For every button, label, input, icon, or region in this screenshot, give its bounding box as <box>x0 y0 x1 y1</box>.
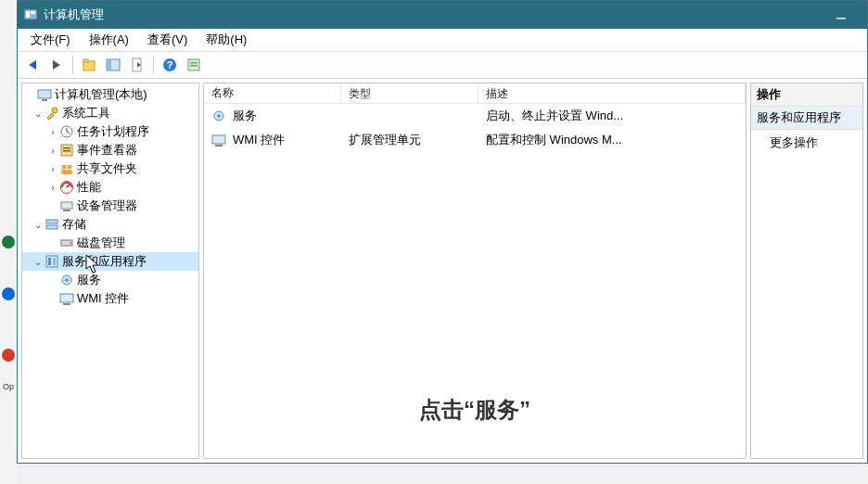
svg-text:?: ? <box>167 59 173 70</box>
tree-label: 系统工具 <box>62 105 110 121</box>
svg-rect-41 <box>212 135 225 144</box>
svg-rect-26 <box>61 202 72 209</box>
tree-storage[interactable]: ⌄ 存储 <box>22 215 198 234</box>
tree-label: 计算机管理(本地) <box>55 86 147 103</box>
svg-point-21 <box>62 165 67 170</box>
back-button[interactable] <box>21 54 44 76</box>
tree-label: 任务计划程序 <box>77 123 149 140</box>
menu-action[interactable]: 操作(A) <box>80 30 138 50</box>
list-pane: 名称 类型 描述 服务 启动、终止并设置 Wind... WMI 控件 扩展管理… <box>203 83 747 459</box>
tree-wmi[interactable]: WMI 控件 <box>22 289 198 308</box>
svg-rect-1 <box>26 11 30 18</box>
tree-label: 磁盘管理 <box>77 235 125 251</box>
tree-task-scheduler[interactable]: › 任务计划程序 <box>22 122 198 141</box>
svg-rect-14 <box>38 90 51 98</box>
svg-rect-5 <box>83 59 88 62</box>
window: 计算机管理 文件(F) 操作(A) 查看(V) 帮助(H) ? <box>17 0 868 464</box>
services-apps-icon <box>45 254 59 269</box>
arrow-right-icon <box>53 60 60 70</box>
column-name[interactable]: 名称 <box>204 83 341 103</box>
cell-type <box>341 106 479 126</box>
export-button[interactable] <box>126 54 148 76</box>
tree-label: 性能 <box>77 179 101 196</box>
svg-rect-42 <box>215 145 223 146</box>
properties-button[interactable] <box>183 54 205 76</box>
window-title: 计算机管理 <box>44 6 821 23</box>
app-icon <box>23 7 38 22</box>
collapse-icon[interactable]: ⌄ <box>32 257 45 267</box>
show-hide-tree-button[interactable] <box>102 54 124 76</box>
expand-icon[interactable]: › <box>46 127 59 137</box>
forward-button[interactable] <box>45 54 68 76</box>
gear-icon <box>59 273 74 287</box>
svg-rect-37 <box>60 294 73 302</box>
help-button[interactable]: ? <box>159 54 181 76</box>
toolbar: ? <box>18 51 867 79</box>
list-row-services[interactable]: 服务 启动、终止并设置 Wind... <box>204 104 746 128</box>
event-icon <box>59 143 74 158</box>
tree-performance[interactable]: › 性能 <box>22 178 198 197</box>
svg-rect-34 <box>53 258 56 265</box>
tools-icon <box>45 106 59 121</box>
wmi-icon <box>59 291 74 306</box>
list-row-wmi[interactable]: WMI 控件 扩展管理单元 配置和控制 Windows M... <box>204 128 746 152</box>
tree-label: 服务 <box>77 272 101 288</box>
svg-point-16 <box>52 108 57 113</box>
svg-rect-2 <box>31 11 35 14</box>
computer-icon <box>37 87 52 102</box>
actions-header: 操作 <box>751 83 862 107</box>
svg-rect-23 <box>61 170 72 174</box>
svg-rect-28 <box>46 220 57 223</box>
svg-point-40 <box>217 114 221 118</box>
tree-services[interactable]: 服务 <box>22 271 198 289</box>
menubar: 文件(F) 操作(A) 查看(V) 帮助(H) <box>18 29 867 51</box>
svg-rect-3 <box>836 18 846 19</box>
up-button[interactable] <box>78 54 100 76</box>
minimize-button[interactable] <box>821 1 862 29</box>
clock-icon <box>59 124 74 139</box>
column-desc[interactable]: 描述 <box>479 83 746 103</box>
svg-point-36 <box>65 278 69 282</box>
disk-icon <box>59 236 74 250</box>
tree-label: 服务和应用程序 <box>62 253 147 270</box>
svg-rect-13 <box>190 65 198 67</box>
tree-label: 事件查看器 <box>77 142 137 159</box>
list-header: 名称 类型 描述 <box>204 83 746 104</box>
svg-rect-12 <box>190 62 198 64</box>
svg-rect-20 <box>63 150 70 152</box>
actions-section[interactable]: 服务和应用程序 <box>751 107 862 130</box>
tree-label: 存储 <box>62 216 86 233</box>
storage-icon <box>45 217 59 232</box>
expand-icon[interactable]: › <box>46 183 59 193</box>
toolbar-separator <box>72 56 73 74</box>
tree-root[interactable]: 计算机管理(本地) <box>22 85 198 104</box>
expand-icon[interactable]: › <box>46 164 59 174</box>
tree-event-viewer[interactable]: › 事件查看器 <box>22 141 198 159</box>
tree-system-tools[interactable]: ⌄ 系统工具 <box>22 104 198 122</box>
tree-shared-folders[interactable]: › 共享文件夹 <box>22 159 198 178</box>
left-edge-strip: Op <box>0 0 17 484</box>
tree-disk-management[interactable]: 磁盘管理 <box>22 234 198 252</box>
svg-rect-29 <box>46 225 57 229</box>
svg-point-22 <box>68 165 72 170</box>
wmi-icon <box>211 133 226 147</box>
actions-pane: 操作 服务和应用程序 更多操作 <box>750 83 863 459</box>
main-area: 计算机管理(本地) ⌄ 系统工具 › 任务计划程序 › 事件查看器 › 共享文件 <box>18 79 867 463</box>
menu-file[interactable]: 文件(F) <box>21 30 80 50</box>
tree-pane: 计算机管理(本地) ⌄ 系统工具 › 任务计划程序 › 事件查看器 › 共享文件 <box>21 83 199 459</box>
menu-view[interactable]: 查看(V) <box>138 30 197 50</box>
expand-icon[interactable]: › <box>46 146 59 156</box>
collapse-icon[interactable]: ⌄ <box>32 108 45 119</box>
cell-name: WMI 控件 <box>233 132 285 148</box>
svg-rect-7 <box>107 59 111 70</box>
tree-device-manager[interactable]: 设备管理器 <box>22 197 198 215</box>
svg-point-31 <box>70 242 71 244</box>
tree-services-apps[interactable]: ⌄ 服务和应用程序 <box>22 252 198 271</box>
actions-more[interactable]: 更多操作 <box>751 130 862 156</box>
collapse-icon[interactable]: ⌄ <box>32 220 45 230</box>
column-type[interactable]: 类型 <box>341 83 479 103</box>
menu-help[interactable]: 帮助(H) <box>197 30 256 50</box>
gear-icon <box>211 108 226 123</box>
perf-icon <box>59 180 74 195</box>
svg-rect-27 <box>63 210 70 211</box>
